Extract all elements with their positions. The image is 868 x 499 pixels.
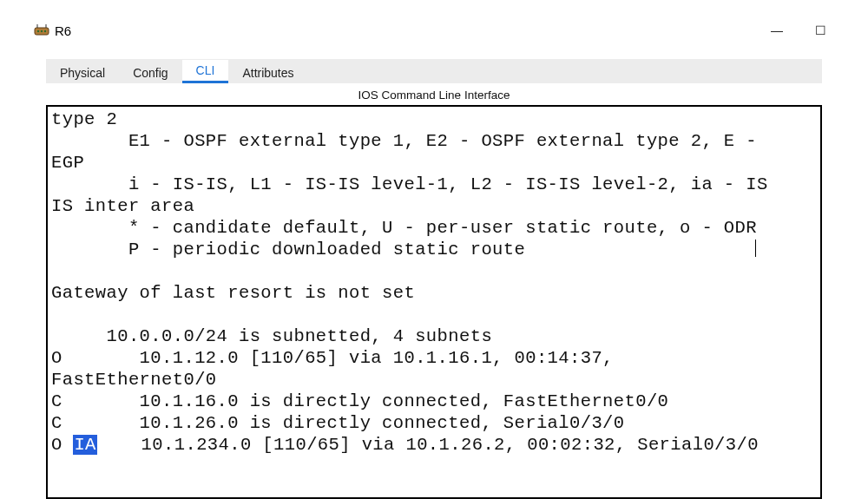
svg-point-1 (37, 30, 39, 32)
svg-point-3 (44, 30, 46, 32)
cli-line: EGP (51, 153, 84, 173)
client-area: Physical Config CLI Attributes IOS Comma… (30, 43, 838, 499)
cli-line: C 10.1.26.0 is directly connected, Seria… (51, 413, 625, 433)
tab-cli[interactable]: CLI (182, 60, 229, 83)
cli-line: i - IS-IS, L1 - IS-IS level-1, L2 - IS-I… (51, 174, 768, 194)
minimize-button[interactable]: — (768, 22, 786, 39)
maximize-button[interactable]: ☐ (812, 22, 829, 39)
cli-line: 10.1.234.0 [110/65] via 10.1.26.2, 00:02… (97, 435, 759, 455)
cli-line: Gateway of last resort is not set (51, 283, 415, 303)
app-window: R6 — ☐ Physical Config CLI Attributes IO… (30, 17, 838, 499)
tab-physical[interactable]: Physical (46, 62, 119, 83)
window-controls: — ☐ (768, 22, 834, 39)
cli-line: O 10.1.12.0 [110/65] via 10.1.16.1, 00:1… (51, 348, 614, 368)
tab-config[interactable]: Config (119, 62, 181, 83)
cli-panel-title: IOS Command Line Interface (46, 83, 822, 105)
cli-line: O (51, 435, 73, 455)
titlebar: R6 — ☐ (30, 17, 838, 43)
tab-attributes[interactable]: Attributes (228, 62, 307, 83)
text-caret-icon (755, 240, 756, 257)
cli-line: C 10.1.16.0 is directly connected, FastE… (51, 391, 668, 411)
router-icon (34, 23, 49, 38)
cli-line: type 2 (51, 109, 117, 129)
cli-line: 10.0.0.0/24 is subnetted, 4 subnets (51, 326, 492, 346)
cli-highlight-ia: IA (73, 435, 96, 455)
cli-line: E1 - OSPF external type 1, E2 - OSPF ext… (51, 131, 757, 151)
cli-line: * - candidate default, U - per-user stat… (51, 218, 757, 238)
svg-point-2 (41, 30, 43, 32)
window-title: R6 (55, 23, 71, 38)
terminal-frame: type 2 E1 - OSPF external type 1, E2 - O… (46, 105, 822, 499)
terminal-output[interactable]: type 2 E1 - OSPF external type 1, E2 - O… (48, 107, 820, 457)
cli-line: IS inter area (51, 196, 194, 216)
tab-bar: Physical Config CLI Attributes (46, 59, 822, 83)
cli-line: FastEthernet0/0 (51, 370, 217, 390)
cli-line: P - periodic downloaded static route (51, 240, 525, 259)
